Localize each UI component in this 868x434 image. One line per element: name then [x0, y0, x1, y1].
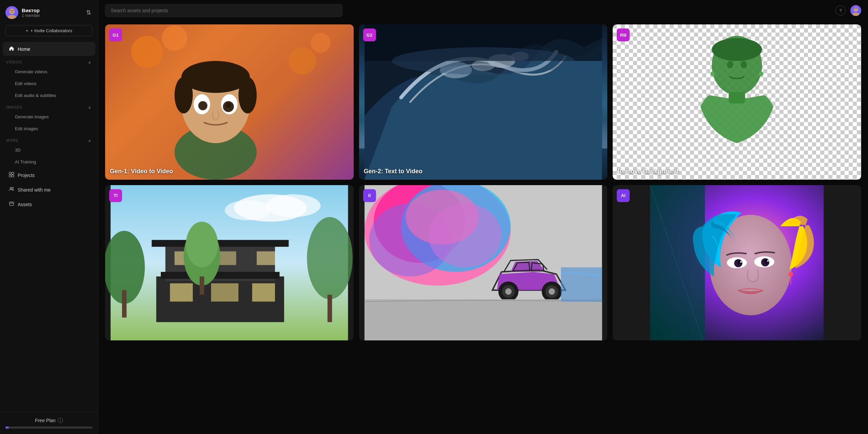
svg-point-69 [225, 200, 271, 220]
edit-videos-label: Edit videos [15, 81, 37, 86]
svg-rect-83 [364, 299, 602, 340]
invite-collaborators-button[interactable]: + + Invite Collaborators [5, 25, 93, 36]
expand-button[interactable]: ⇅ [85, 7, 93, 18]
card-rb-badge: RB [617, 28, 630, 41]
user-text: Виктор 1 member [22, 7, 40, 18]
sidebar-item-home[interactable]: Home [3, 42, 95, 56]
svg-point-20 [238, 77, 257, 114]
svg-point-29 [311, 33, 331, 53]
generate-videos-label: Generate videos [15, 69, 47, 74]
svg-rect-62 [218, 251, 236, 265]
sidebar-item-edit-videos[interactable]: Edit videos [3, 78, 95, 89]
svg-point-51 [307, 217, 353, 299]
svg-rect-58 [170, 283, 193, 301]
card-gen1[interactable]: G1 Gen-1: Video to Video [105, 24, 354, 180]
sidebar-item-shared[interactable]: Shared with me [3, 183, 95, 197]
sidebar-item-projects[interactable]: Projects [3, 168, 95, 182]
invite-label: + Invite Collaborators [31, 28, 72, 33]
svg-point-2 [9, 9, 14, 14]
svg-point-25 [226, 102, 231, 108]
svg-rect-66 [200, 276, 204, 295]
free-plan-label: Free Plan i [5, 418, 93, 423]
free-plan-text: Free Plan [35, 418, 56, 423]
projects-label: Projects [18, 173, 35, 178]
svg-rect-84 [561, 267, 602, 301]
svg-point-1 [8, 15, 16, 19]
card-gen1-title: Gen-1: Video to Video [110, 168, 173, 175]
user-avatar [5, 6, 18, 19]
svg-point-28 [289, 47, 316, 75]
card-rb-title: Remove Background [617, 168, 678, 175]
svg-point-27 [162, 25, 187, 51]
generate-images-label: Generate images [15, 114, 49, 119]
user-info: Виктор 1 member [5, 6, 40, 19]
main-content: ? [98, 0, 868, 434]
svg-point-79 [505, 288, 512, 295]
svg-rect-57 [161, 272, 279, 279]
sidebar-item-assets[interactable]: Assets [3, 197, 95, 211]
help-button[interactable]: ? [835, 5, 846, 16]
card-gen2[interactable]: G2 Gen-2: Text to Video [359, 24, 608, 180]
svg-point-3 [11, 10, 12, 11]
card-ii-badge: II [363, 189, 376, 202]
section-images-label: IMAGES [6, 105, 22, 109]
svg-point-48 [759, 72, 763, 76]
svg-point-19 [175, 77, 193, 114]
section-images: IMAGES ▲ [0, 101, 98, 111]
edit-images-label: Edit images [15, 126, 38, 131]
svg-rect-59 [211, 283, 238, 301]
svg-point-13 [852, 13, 859, 16]
free-plan-progress-bar [5, 427, 93, 429]
card-ti[interactable]: TI [105, 185, 354, 340]
card-gen2-badge: G2 [363, 28, 376, 41]
member-count: 1 member [22, 13, 40, 18]
section-more: MORE ▲ [0, 135, 98, 144]
svg-point-12 [854, 7, 858, 12]
chevron-up-icon: ▲ [87, 60, 92, 64]
sidebar-header: Виктор 1 member ⇅ [0, 0, 98, 22]
svg-point-96 [789, 272, 793, 276]
card-ii[interactable]: II [359, 185, 608, 340]
topbar-right: ? [835, 5, 861, 16]
shared-label: Shared with me [18, 187, 51, 193]
sidebar-item-ai-training[interactable]: AI Training [3, 156, 95, 167]
username: Виктор [22, 7, 40, 13]
sidebar-item-generate-images[interactable]: Generate images [3, 111, 95, 122]
sidebar-item-edit-audio[interactable]: Edit audio & subtitles [3, 90, 95, 101]
svg-point-76 [428, 203, 501, 268]
free-plan-progress-fill [5, 427, 9, 429]
card-rb[interactable]: RB Remove Background [613, 24, 861, 180]
card-ti-badge: TI [109, 189, 122, 202]
svg-point-14 [855, 8, 855, 9]
help-icon: ? [839, 8, 842, 13]
svg-rect-56 [152, 240, 289, 247]
sidebar-bottom: Free Plan i [0, 412, 98, 434]
svg-point-4 [13, 10, 14, 11]
svg-point-15 [856, 8, 857, 9]
section-videos-label: VIDEOS [6, 60, 22, 64]
sidebar-item-3d[interactable]: 3D [3, 144, 95, 156]
sidebar: Виктор 1 member ⇅ + + Invite Collaborato… [0, 0, 98, 434]
svg-rect-7 [9, 175, 11, 177]
search-input[interactable] [105, 4, 342, 17]
free-plan-info-icon[interactable]: i [58, 418, 63, 423]
section-videos: VIDEOS ▲ [0, 56, 98, 66]
svg-point-46 [741, 61, 747, 68]
card-ai[interactable]: AI [613, 185, 861, 340]
card-gen2-title: Gen-2: Text to Video [364, 168, 422, 175]
user-avatar-topbar[interactable] [850, 5, 861, 16]
svg-rect-60 [252, 283, 275, 301]
home-icon [9, 46, 14, 52]
svg-rect-44 [729, 92, 745, 103]
svg-point-36 [392, 47, 575, 75]
svg-rect-53 [328, 295, 332, 322]
projects-icon [9, 172, 14, 178]
sidebar-item-edit-images[interactable]: Edit images [3, 123, 95, 134]
topbar: ? [98, 0, 868, 21]
svg-point-82 [549, 288, 555, 295]
chevron-up-icon-3: ▲ [87, 138, 92, 143]
sidebar-item-generate-videos[interactable]: Generate videos [3, 66, 95, 77]
svg-point-10 [12, 188, 14, 189]
invite-plus-icon: + [26, 28, 28, 33]
svg-point-26 [131, 36, 163, 68]
